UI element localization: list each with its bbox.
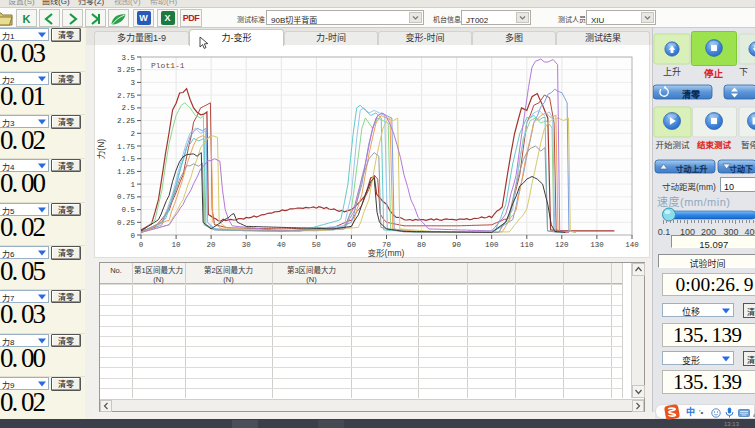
svg-text:0.75: 0.75 <box>117 193 136 201</box>
svg-text:100: 100 <box>485 241 499 249</box>
svg-text:1.5: 1.5 <box>121 155 135 163</box>
svg-text:3.25: 3.25 <box>117 66 136 74</box>
svg-text:50: 50 <box>312 241 322 249</box>
svg-text:40: 40 <box>277 241 287 249</box>
svg-text:2.5: 2.5 <box>121 104 135 112</box>
svg-text:130: 130 <box>590 241 604 249</box>
svg-text:0.5: 0.5 <box>121 206 135 214</box>
svg-text:110: 110 <box>520 241 534 249</box>
svg-text:3: 3 <box>130 79 135 87</box>
svg-text:0.25: 0.25 <box>117 219 136 227</box>
svg-text:20: 20 <box>207 241 217 249</box>
svg-text:力(N): 力(N) <box>94 139 106 159</box>
svg-text:Plot1-1: Plot1-1 <box>151 61 185 70</box>
svg-text:30: 30 <box>242 241 252 249</box>
svg-text:1.75: 1.75 <box>117 143 136 151</box>
svg-text:120: 120 <box>555 241 569 249</box>
svg-text:0: 0 <box>130 232 135 240</box>
svg-text:0: 0 <box>139 241 144 249</box>
svg-text:变形(mm): 变形(mm) <box>368 246 405 258</box>
svg-text:10: 10 <box>172 241 182 249</box>
svg-text:80: 80 <box>417 241 427 249</box>
svg-text:2.25: 2.25 <box>117 117 136 125</box>
svg-text:1.25: 1.25 <box>117 168 136 176</box>
svg-text:2: 2 <box>130 130 135 138</box>
svg-text:2.75: 2.75 <box>117 92 136 100</box>
svg-text:3.5: 3.5 <box>121 54 135 62</box>
svg-text:140: 140 <box>625 241 639 249</box>
svg-text:60: 60 <box>347 241 357 249</box>
svg-text:90: 90 <box>452 241 462 249</box>
svg-text:1: 1 <box>130 181 135 189</box>
